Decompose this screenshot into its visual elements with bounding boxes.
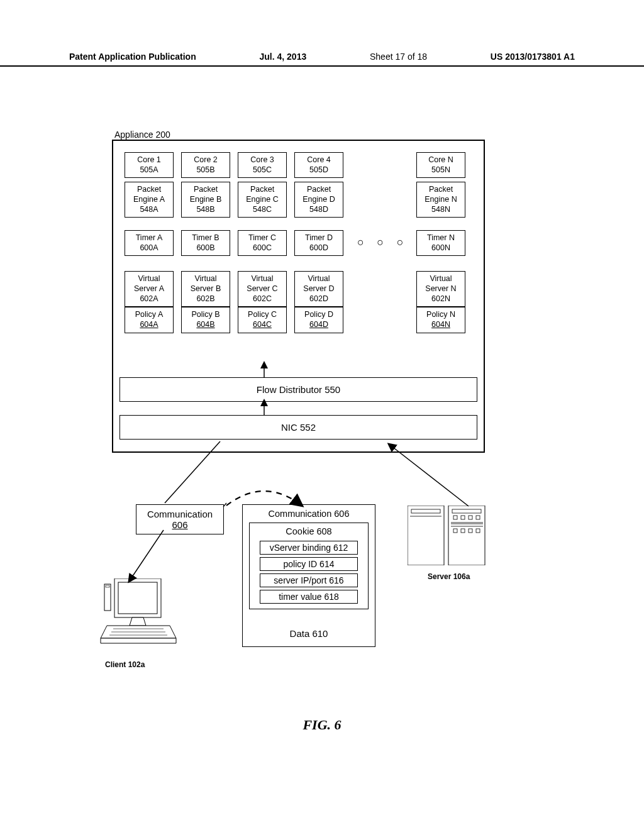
appliance-label: Appliance 200	[114, 130, 170, 140]
policy-cell: Policy B604B	[181, 307, 230, 333]
line-nic-to-comm1	[0, 440, 644, 667]
arrow-nic-to-flow	[258, 401, 270, 415]
svg-line-25	[165, 441, 220, 503]
core-cell: Core 1505A	[125, 152, 174, 178]
core-cell: Core 3505C	[238, 152, 287, 178]
policy-cell: Policy N604N	[416, 307, 465, 333]
packet-engine-cell: PacketEngine B548B	[181, 182, 230, 218]
packet-engine-cell: PacketEngine D548D	[294, 182, 343, 218]
core-cell: Core 2505B	[181, 152, 230, 178]
core-cell: Core 4505D	[294, 152, 343, 178]
header-sheet: Sheet 17 of 18	[370, 52, 427, 62]
ellipsis-icon: ○ ○ ○	[357, 236, 409, 249]
svg-line-27	[389, 444, 469, 506]
packet-engine-cell: PacketEngine N548N	[416, 182, 465, 218]
core-cell: Core N505N	[416, 152, 465, 178]
virtual-server-cell: VirtualServer A602A	[125, 271, 174, 307]
policy-cell: Policy A604A	[125, 307, 174, 333]
flow-distributor-box: Flow Distributor 550	[119, 377, 477, 402]
virtual-server-cell: VirtualServer D602D	[294, 271, 343, 307]
header-pubno: US 2013/0173801 A1	[491, 52, 575, 62]
figure-caption: FIG. 6	[0, 717, 644, 733]
timer-cell: Timer B600B	[181, 230, 230, 256]
timer-cell: Timer A600A	[125, 230, 174, 256]
packet-engine-cell: PacketEngine A548A	[125, 182, 174, 218]
nic-box: NIC 552	[119, 415, 477, 440]
core-column-2: Core 2505B PacketEngine B548B Timer B600…	[181, 140, 230, 337]
timer-cell: Timer C600C	[238, 230, 287, 256]
timer-cell: Timer N600N	[416, 230, 465, 256]
core-column-1: Core 1505A PacketEngine A548A Timer A600…	[125, 140, 174, 337]
policy-cell: Policy C604C	[238, 307, 287, 333]
timer-cell: Timer D600D	[294, 230, 343, 256]
virtual-server-cell: VirtualServer B602B	[181, 271, 230, 307]
header-date: Jul. 4, 2013	[259, 52, 306, 62]
core-column-3: Core 3505C PacketEngine C548C Timer C600…	[238, 140, 287, 337]
svg-line-26	[129, 530, 164, 582]
page-header: Patent Application Publication Jul. 4, 2…	[0, 52, 644, 67]
policy-cell: Policy D604D	[294, 307, 343, 333]
packet-engine-cell: PacketEngine C548C	[238, 182, 287, 218]
core-column-n: Core N505N PacketEngine N548N Timer N600…	[416, 140, 465, 337]
core-column-4: Core 4505D PacketEngine D548D Timer D600…	[294, 140, 343, 337]
header-left: Patent Application Publication	[69, 52, 196, 62]
virtual-server-cell: VirtualServer C602C	[238, 271, 287, 307]
virtual-server-cell: VirtualServer N602N	[416, 271, 465, 307]
arrow-flow-to-cores	[258, 363, 270, 377]
